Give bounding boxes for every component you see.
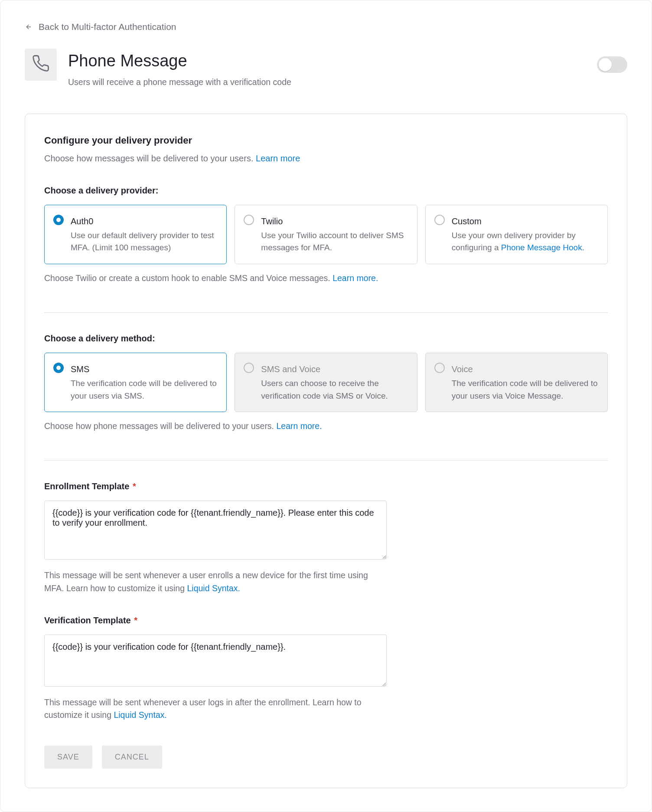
config-card: Configure your delivery provider Choose … <box>25 114 627 789</box>
page-icon-box <box>25 49 57 81</box>
section-title: Configure your delivery provider <box>44 133 608 147</box>
verification-template-label: Verification Template * <box>44 614 387 627</box>
option-desc: Use your own delivery provider by config… <box>452 229 599 254</box>
provider-hint-link[interactable]: Learn more. <box>333 273 378 283</box>
radio-icon <box>244 215 254 225</box>
verification-template-help: This message will be sent whenever a use… <box>44 696 387 722</box>
option-desc: Use our default delivery provider to tes… <box>71 229 218 254</box>
liquid-syntax-link[interactable]: Liquid Syntax. <box>114 710 167 720</box>
page-subtitle: Users will receive a phone message with … <box>68 76 291 88</box>
option-desc: Use your Twilio account to deliver SMS m… <box>261 229 408 254</box>
option-desc: The verification code will be delivered … <box>452 377 599 402</box>
option-title: Auth0 <box>71 215 218 228</box>
enrollment-template-label: Enrollment Template * <box>44 480 387 493</box>
liquid-syntax-link[interactable]: Liquid Syntax. <box>187 583 240 593</box>
method-label: Choose a delivery method: <box>44 332 608 345</box>
provider-hint: Choose Twilio or create a custom hook to… <box>44 272 608 285</box>
provider-label: Choose a delivery provider: <box>44 184 608 197</box>
radio-icon <box>434 363 445 373</box>
verification-help-text: This message will be sent whenever a use… <box>44 697 362 720</box>
enable-toggle[interactable] <box>597 56 627 73</box>
option-title: SMS <box>71 363 218 376</box>
provider-hint-text: Choose Twilio or create a custom hook to… <box>44 273 333 283</box>
method-hint-text: Choose how phone messages will be delive… <box>44 421 276 431</box>
phone-message-hook-link[interactable]: Phone Message Hook. <box>501 243 584 252</box>
back-link-label: Back to Multi-factor Authentication <box>39 20 176 34</box>
verification-template-input[interactable] <box>44 635 387 687</box>
section-subtitle-text: Choose how messages will be delivered to… <box>44 154 256 163</box>
page-title: Phone Message <box>68 49 291 73</box>
enrollment-template-input[interactable] <box>44 501 387 560</box>
radio-icon <box>244 363 254 373</box>
enrollment-template-help: This message will be sent whenever a use… <box>44 569 387 595</box>
method-option-voice: Voice The verification code will be deli… <box>425 353 608 412</box>
verification-template-label-text: Verification Template <box>44 616 131 625</box>
phone-icon <box>32 54 50 75</box>
provider-option-auth0[interactable]: Auth0 Use our default delivery provider … <box>44 205 227 264</box>
back-link[interactable]: Back to Multi-factor Authentication <box>25 20 176 34</box>
option-title: SMS and Voice <box>261 363 408 376</box>
save-button[interactable]: SAVE <box>44 746 92 769</box>
provider-option-twilio[interactable]: Twilio Use your Twilio account to delive… <box>235 205 417 264</box>
divider <box>44 312 608 313</box>
toggle-handle <box>599 58 612 71</box>
required-indicator: * <box>130 481 136 491</box>
divider <box>44 460 608 461</box>
option-title: Custom <box>452 215 599 228</box>
method-option-sms-voice: SMS and Voice Users can choose to receiv… <box>235 353 417 412</box>
method-option-sms[interactable]: SMS The verification code will be delive… <box>44 353 227 412</box>
section-subtitle: Choose how messages will be delivered to… <box>44 152 608 165</box>
method-hint-link[interactable]: Learn more. <box>276 421 322 431</box>
radio-icon <box>53 363 64 373</box>
enrollment-template-label-text: Enrollment Template <box>44 481 129 491</box>
option-desc: The verification code will be delivered … <box>71 377 218 402</box>
radio-icon <box>434 215 445 225</box>
cancel-button[interactable]: CANCEL <box>102 746 162 769</box>
arrow-left-icon <box>25 23 33 31</box>
provider-option-custom[interactable]: Custom Use your own delivery provider by… <box>425 205 608 264</box>
radio-icon <box>53 215 64 225</box>
learn-more-link[interactable]: Learn more <box>256 154 300 163</box>
option-desc: Users can choose to receive the verifica… <box>261 377 408 402</box>
option-title: Twilio <box>261 215 408 228</box>
required-indicator: * <box>132 616 137 625</box>
option-title: Voice <box>452 363 599 376</box>
method-hint: Choose how phone messages will be delive… <box>44 420 608 432</box>
